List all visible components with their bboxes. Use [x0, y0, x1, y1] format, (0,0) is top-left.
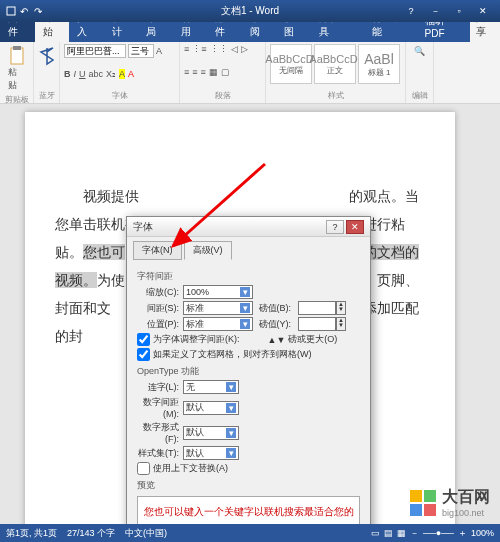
- position-select[interactable]: 标准▾: [183, 317, 253, 331]
- multilevel-icon[interactable]: ⋮⋮: [210, 44, 228, 54]
- dialog-tab-advanced[interactable]: 高级(V): [184, 241, 232, 260]
- zoom-in[interactable]: ＋: [458, 527, 467, 540]
- position-spinner[interactable]: ▲▼: [336, 317, 346, 331]
- window-close[interactable]: ✕: [472, 3, 494, 19]
- editing-group-label: 编辑: [410, 90, 429, 101]
- zoom-slider[interactable]: ──●──: [423, 528, 454, 538]
- spacing-select[interactable]: 标准▾: [183, 301, 253, 315]
- font-name-input[interactable]: [64, 44, 126, 58]
- undo-icon[interactable]: ↶: [20, 6, 30, 16]
- position-value-input[interactable]: [298, 317, 336, 331]
- font-group-label: 字体: [64, 90, 175, 101]
- subscript-button[interactable]: X₂: [106, 69, 116, 79]
- status-page[interactable]: 第1页, 共1页: [6, 527, 57, 540]
- section-spacing: 字符间距: [137, 270, 360, 283]
- underline-button[interactable]: U: [79, 69, 86, 79]
- editing-button[interactable]: 🔍: [410, 44, 429, 58]
- dialog-close[interactable]: ✕: [346, 220, 364, 234]
- borders-icon[interactable]: ▢: [221, 67, 230, 77]
- ligatures-select[interactable]: 无▾: [183, 380, 239, 394]
- spacing-value-input[interactable]: [298, 301, 336, 315]
- grid-checkbox[interactable]: [137, 348, 150, 361]
- numbering-icon[interactable]: ⋮≡: [192, 44, 206, 54]
- italic-button[interactable]: I: [74, 69, 77, 79]
- strike-button[interactable]: abc: [89, 69, 104, 79]
- dialog-help[interactable]: ?: [326, 220, 344, 234]
- zoom-level[interactable]: 100%: [471, 528, 494, 538]
- shading-icon[interactable]: ▦: [209, 67, 218, 77]
- bullets-icon[interactable]: ≡: [184, 44, 189, 54]
- style-nospace[interactable]: AaBbCcDt无间隔: [270, 44, 312, 84]
- status-words[interactable]: 27/143 个字: [67, 527, 115, 540]
- bluetooth-button[interactable]: [38, 44, 55, 68]
- chevron-down-icon: ▾: [240, 319, 250, 329]
- context-checkbox[interactable]: [137, 462, 150, 475]
- watermark-logo: 大百网 big100.net: [410, 487, 490, 518]
- highlight-button[interactable]: A: [119, 69, 125, 79]
- window-minimize[interactable]: －: [424, 3, 446, 19]
- svg-rect-2: [13, 46, 21, 50]
- indent-dec-icon[interactable]: ◁: [231, 44, 238, 54]
- window-restore[interactable]: ▫: [448, 3, 470, 19]
- dialog-tab-font[interactable]: 字体(N): [133, 241, 182, 260]
- chevron-down-icon: ▾: [240, 287, 250, 297]
- view-read-icon[interactable]: ▭: [371, 528, 380, 538]
- align-center-icon[interactable]: ≡: [192, 67, 197, 77]
- font-dialog: 字体 ? ✕ 字体(N) 高级(V) 字符间距 缩放(C): 100%▾ 间距(…: [126, 216, 371, 542]
- font-color-button[interactable]: A: [128, 69, 134, 79]
- dialog-title: 字体: [133, 220, 153, 234]
- styles-group-label: 样式: [270, 90, 401, 101]
- grow-font-icon[interactable]: A: [156, 46, 162, 56]
- window-help[interactable]: ?: [400, 3, 422, 19]
- status-lang[interactable]: 中文(中国): [125, 527, 167, 540]
- scale-select[interactable]: 100%▾: [183, 285, 253, 299]
- indent-inc-icon[interactable]: ▷: [241, 44, 248, 54]
- redo-icon[interactable]: ↷: [34, 6, 44, 16]
- zoom-out[interactable]: －: [410, 527, 419, 540]
- kern-checkbox[interactable]: [137, 333, 150, 346]
- spacing-spinner[interactable]: ▲▼: [336, 301, 346, 315]
- svg-rect-0: [7, 7, 15, 15]
- svg-rect-1: [11, 48, 23, 64]
- search-icon: 🔍: [414, 46, 425, 56]
- style-normal[interactable]: AaBbCcDt正文: [314, 44, 356, 84]
- font-size-input[interactable]: [128, 44, 154, 58]
- view-print-icon[interactable]: ▤: [384, 528, 393, 538]
- chevron-down-icon: ▾: [240, 303, 250, 313]
- view-web-icon[interactable]: ▦: [397, 528, 406, 538]
- numform-select[interactable]: 默认▾: [183, 426, 239, 440]
- preview-label: 预览: [137, 479, 360, 492]
- bluetooth-group-label: 蓝牙: [38, 90, 55, 101]
- bold-button[interactable]: B: [64, 69, 71, 79]
- paragraph-group-label: 段落: [184, 90, 261, 101]
- save-icon[interactable]: [6, 6, 16, 16]
- numspace-select[interactable]: 默认▾: [183, 401, 239, 415]
- paste-button[interactable]: 粘贴: [4, 44, 29, 94]
- align-left-icon[interactable]: ≡: [184, 67, 189, 77]
- section-opentype: OpenType 功能: [137, 365, 360, 378]
- style-heading1[interactable]: AaBl标题 1: [358, 44, 400, 84]
- styleset-select[interactable]: 默认▾: [183, 446, 239, 460]
- selected-text-1: 您也可: [83, 244, 125, 260]
- window-title: 文档1 - Word: [221, 4, 279, 18]
- align-right-icon[interactable]: ≡: [201, 67, 206, 77]
